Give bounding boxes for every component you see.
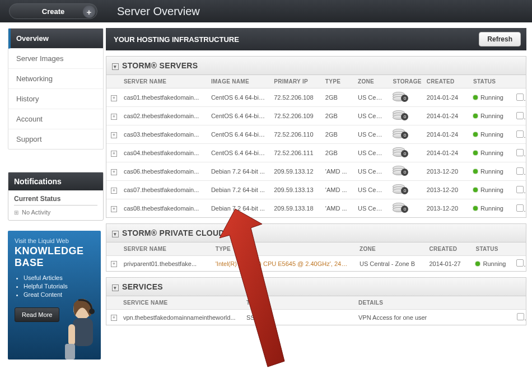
primary-ip: 209.59.133.18 (269, 199, 321, 218)
server-name: cas01.thebestfakedomain... (119, 88, 207, 107)
nav-item-server-images[interactable]: Server Images (8, 49, 103, 69)
storage: 0 (388, 107, 422, 125)
private-cloud-panel: ▾STORM® PRIVATE CLOUD SERVER NAME TYPE Z… (106, 223, 526, 272)
image-name: Debian 7.2 64-bit ... (207, 199, 269, 218)
storage-icon: 0 (393, 184, 408, 194)
collapse-icon[interactable]: ▾ (112, 63, 119, 70)
storage: 0 (388, 88, 422, 107)
expand-icon[interactable]: + (111, 95, 117, 101)
table-row[interactable]: +vpn.thebestfakedomainnameintheworld...S… (106, 310, 526, 325)
svg-rect-1 (73, 318, 93, 346)
notifications-panel: Notifications Current Status No Activity (8, 172, 104, 221)
private-cloud-header[interactable]: ▾STORM® PRIVATE CLOUD (106, 224, 526, 242)
collapse-icon[interactable]: ▾ (112, 284, 119, 291)
nav-item-support[interactable]: Support (8, 129, 103, 149)
row-checkbox[interactable] (517, 313, 524, 320)
table-row[interactable]: +privparent01.thebestfake...'Intel(R) Xe… (106, 256, 526, 272)
zone: US Cen... (353, 144, 388, 162)
storage-icon: 0 (393, 203, 408, 213)
nav-item-account[interactable]: Account (8, 109, 103, 129)
server-name: privparent01.thebestfake... (119, 256, 211, 272)
row-checkbox[interactable] (516, 149, 524, 156)
image-name: CentOS 6.4 64-bit ... (207, 88, 269, 107)
row-checkbox[interactable] (516, 167, 524, 175)
status: Running (469, 88, 512, 107)
expand-icon[interactable]: + (111, 206, 117, 212)
expand-icon[interactable]: + (111, 132, 117, 138)
type: 2GB (321, 144, 353, 162)
notifications-header: Notifications (8, 172, 103, 190)
expand-icon[interactable]: + (111, 188, 117, 194)
type: 2GB (321, 125, 353, 144)
zone: US Cen... (353, 199, 388, 218)
refresh-button[interactable]: Refresh (479, 32, 521, 46)
private-cloud-table: SERVER NAME TYPE ZONE CREATED STATUS +pr… (106, 242, 526, 271)
primary-ip: 209.59.133.13 (269, 181, 321, 199)
expand-icon[interactable]: + (111, 114, 117, 120)
kb-visit-text: Visit the Liquid Web (15, 237, 94, 244)
svg-rect-3 (65, 344, 75, 360)
type: 'Intel(R) Xeon(R) CPU E5645 @ 2.40GHz', … (211, 256, 355, 272)
nav-item-networking[interactable]: Networking (8, 69, 103, 89)
created: 2014-01-24 (422, 125, 469, 144)
row-checkbox[interactable] (516, 94, 524, 101)
row-checkbox[interactable] (516, 112, 524, 119)
primary-ip: 72.52.206.108 (269, 88, 321, 107)
server-name: cas06.thebestfakedomain... (119, 162, 207, 181)
storage: 0 (388, 162, 422, 181)
table-row[interactable]: +cas07.thebestfakedomain...Debian 7.2 64… (106, 181, 526, 199)
subheader-title: YOUR HOSTING INFRASTRUCTURE (114, 35, 239, 44)
nav-item-overview[interactable]: Overview (8, 29, 103, 49)
kb-item: Helpful Tutorials (24, 283, 94, 290)
status: Running (469, 144, 512, 162)
row-checkbox[interactable] (516, 259, 524, 267)
expand-icon[interactable]: + (111, 151, 117, 157)
status: Running (469, 199, 512, 218)
table-header-row: SERVER NAME IMAGE NAME PRIMARY IP TYPE Z… (106, 75, 526, 88)
table-row[interactable]: +cas02.thebestfakedomain...CentOS 6.4 64… (106, 107, 526, 125)
row-checkbox[interactable] (516, 130, 524, 138)
status-dot-icon (473, 132, 478, 137)
image-name: CentOS 6.4 64-bit ... (207, 125, 269, 144)
status: Running (471, 256, 512, 272)
primary-ip: 72.52.206.111 (269, 144, 321, 162)
storage: 0 (388, 125, 422, 144)
image-name: CentOS 6.4 64-bit ... (207, 144, 269, 162)
expand-icon[interactable]: + (111, 261, 117, 267)
storage-icon: 0 (393, 147, 408, 157)
created: 2013-12-20 (422, 199, 469, 218)
storage: 0 (388, 181, 422, 199)
details: VPN Access for one user (354, 310, 512, 325)
row-checkbox[interactable] (516, 204, 524, 212)
created: 2014-01-27 (424, 256, 471, 272)
services-panel: ▾SERVICES SERVICE NAME TYPE DETAILS +vpn… (106, 277, 526, 325)
table-row[interactable]: +cas03.thebestfakedomain...CentOS 6.4 64… (106, 125, 526, 144)
collapse-icon[interactable]: ▾ (112, 231, 119, 237)
status-dot-icon (473, 206, 478, 211)
row-checkbox[interactable] (516, 186, 524, 193)
image-name: Debian 7.2 64-bit ... (207, 181, 269, 199)
expand-icon[interactable]: + (111, 169, 117, 175)
table-row[interactable]: +cas04.thebestfakedomain...CentOS 6.4 64… (106, 144, 526, 162)
expand-icon[interactable]: + (111, 315, 117, 321)
server-name: cas02.thebestfakedomain... (119, 107, 207, 125)
server-name: cas03.thebestfakedomain... (119, 125, 207, 144)
type: 2GB (321, 88, 353, 107)
image-name: CentOS 6.4 64-bit ... (207, 107, 269, 125)
nav-item-history[interactable]: History (8, 89, 103, 109)
storm-servers-header[interactable]: ▾STORM® SERVERS (106, 57, 526, 75)
nav-menu: Overview Server Images Networking Histor… (8, 28, 104, 150)
table-row[interactable]: +cas06.thebestfakedomain...Debian 7.2 64… (106, 162, 526, 181)
storage: 0 (388, 144, 422, 162)
table-row[interactable]: +cas01.thebestfakedomain...CentOS 6.4 64… (106, 88, 526, 107)
support-person-illustration (52, 293, 102, 360)
services-header[interactable]: ▾SERVICES (106, 278, 526, 296)
status: Running (469, 162, 512, 181)
subheader: YOUR HOSTING INFRASTRUCTURE Refresh (106, 28, 526, 50)
type: 'AMD ... (321, 162, 353, 181)
type: 2GB (321, 107, 353, 125)
primary-ip: 209.59.133.12 (269, 162, 321, 181)
storm-servers-panel: ▾STORM® SERVERS SERVER NAME IMAGE NAME P… (106, 56, 526, 218)
create-button[interactable]: Create + (9, 3, 97, 19)
table-row[interactable]: +cas08.thebestfakedomain...Debian 7.2 64… (106, 199, 526, 218)
